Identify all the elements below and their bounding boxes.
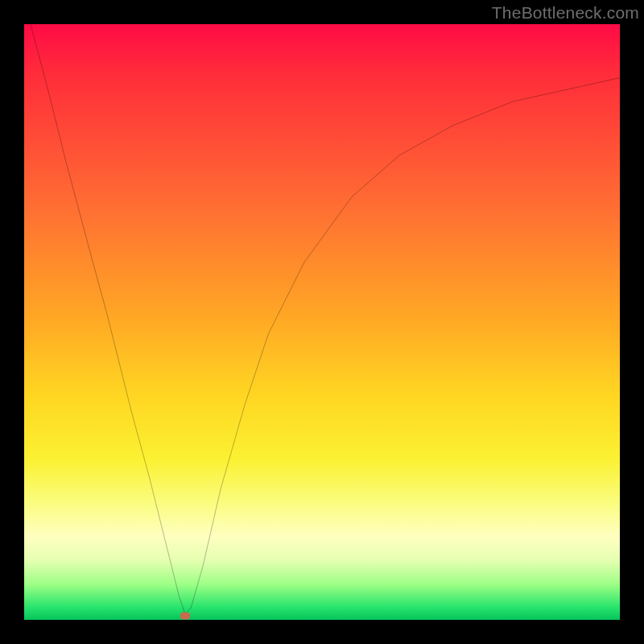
curve-svg	[24, 24, 620, 620]
chart-frame: TheBottleneck.com	[0, 0, 644, 644]
bottleneck-curve	[24, 24, 620, 614]
watermark: TheBottleneck.com	[492, 3, 639, 23]
plot-area	[24, 24, 620, 620]
optimal-point-marker	[180, 612, 190, 619]
